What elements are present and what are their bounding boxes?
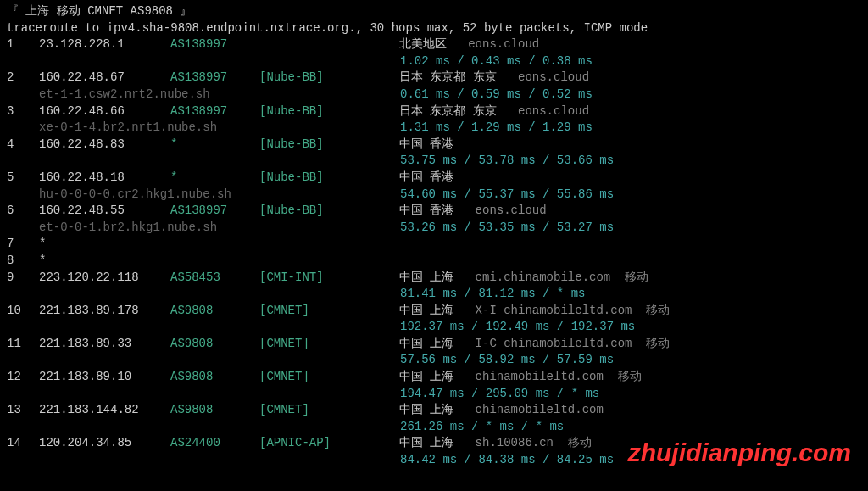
hop-timings: 1.31 ms / 1.29 ms / 1.29 ms xyxy=(400,120,593,134)
hop-rdns: hu-0-0-0-0.cr2.hkg1.nube.sh xyxy=(39,187,400,204)
hop-timings: 81.41 ms / 81.12 ms / * ms xyxy=(400,287,585,300)
hop-number: 8 xyxy=(7,253,39,270)
hop-number: 9 xyxy=(7,270,39,287)
hop-location: 中国 香港 xyxy=(399,137,453,151)
hop-asn: AS9808 xyxy=(170,303,259,320)
hop-timings: 53.26 ms / 53.35 ms / 53.27 ms xyxy=(400,220,614,234)
trace-hop-detail: 57.56 ms / 58.92 ms / 57.59 ms xyxy=(7,352,861,369)
hop-ip: 221.183.89.33 xyxy=(39,336,170,353)
hop-carrier: 移动 xyxy=(632,304,670,317)
hop-ip: 23.128.228.1 xyxy=(39,36,170,53)
hop-ip: 221.183.89.10 xyxy=(39,369,170,386)
hop-carrier: 移动 xyxy=(610,271,648,284)
hop-rdns: et-1-1.csw2.nrt2.nube.sh xyxy=(39,86,400,103)
trace-hop-row: 12221.183.89.10AS9808[CMNET]中国 上海 chinam… xyxy=(7,369,861,386)
trace-hop-row: 8* xyxy=(7,253,861,270)
hop-number: 5 xyxy=(7,170,39,187)
hop-host: chinamobileltd.com xyxy=(453,403,603,416)
hop-number: 10 xyxy=(7,303,39,320)
trace-hop-row: 3160.22.48.66AS138997[Nube-BB]日本 东京都 东京 … xyxy=(7,103,861,120)
hop-number: 3 xyxy=(7,103,39,120)
hop-asn: AS138997 xyxy=(170,36,259,53)
hop-ip: 221.183.89.178 xyxy=(39,303,170,320)
hop-ip: 223.120.22.118 xyxy=(39,270,170,287)
hop-host: eons.cloud xyxy=(497,104,589,118)
trace-hop-detail: xe-0-1-4.br2.nrt1.nube.sh1.31 ms / 1.29 … xyxy=(7,120,861,137)
hop-number: 13 xyxy=(7,402,39,419)
hop-rdns: xe-0-1-4.br2.nrt1.nube.sh xyxy=(39,120,400,137)
hop-number: 1 xyxy=(7,36,39,53)
hop-location: 中国 上海 xyxy=(399,337,453,350)
trace-hop-row: 10221.183.89.178AS9808[CMNET]中国 上海 X-I c… xyxy=(7,303,861,320)
hop-number: 7 xyxy=(7,236,39,253)
trace-header: 『 上海 移动 CMNET AS9808 』 xyxy=(7,3,861,20)
trace-hop-detail: 1.02 ms / 0.43 ms / 0.38 ms xyxy=(7,53,861,70)
trace-hop-row: 123.128.228.1AS138997北美地区 eons.cloud xyxy=(7,36,861,53)
hop-carrier: 移动 xyxy=(604,370,642,383)
hop-tag: [CMNET] xyxy=(259,336,399,353)
trace-hop-detail: 81.41 ms / 81.12 ms / * ms xyxy=(7,286,861,303)
hop-timings: 261.26 ms / * ms / * ms xyxy=(400,420,564,433)
trace-hop-detail: et-1-1.csw2.nrt2.nube.sh0.61 ms / 0.59 m… xyxy=(7,86,861,103)
hop-timings: 53.75 ms / 53.78 ms / 53.66 ms xyxy=(400,153,614,167)
hop-number: 2 xyxy=(7,70,39,86)
hop-tag: [APNIC-AP] xyxy=(259,435,399,452)
trace-command: traceroute to ipv4.sha-9808.endpoint.nxt… xyxy=(7,20,861,37)
hop-location: 中国 上海 xyxy=(399,436,453,449)
hop-timings: 0.61 ms / 0.59 ms / 0.52 ms xyxy=(400,87,593,101)
hop-timings: 192.37 ms / 192.49 ms / 192.37 ms xyxy=(400,320,635,333)
hop-tag: [CMNET] xyxy=(259,303,399,320)
hop-location: 中国 上海 xyxy=(399,304,453,317)
hop-asn: AS138997 xyxy=(170,103,259,120)
hop-number: 6 xyxy=(7,203,39,220)
hop-tag: [CMNET] xyxy=(259,369,399,386)
hop-host: I-C chinamobileltd.com xyxy=(453,337,632,350)
trace-hop-row: 7* xyxy=(7,236,861,253)
hop-asn: AS138997 xyxy=(170,70,259,86)
hop-location: 中国 上海 xyxy=(399,271,453,284)
hop-number: 12 xyxy=(7,369,39,386)
hop-location: 中国 香港 xyxy=(399,170,453,184)
hop-tag: [Nube-BB] xyxy=(259,70,399,86)
hop-ip: * xyxy=(39,253,170,270)
trace-hop-detail: 53.75 ms / 53.78 ms / 53.66 ms xyxy=(7,153,861,170)
hop-tag: [CMNET] xyxy=(259,402,399,419)
hop-asn: AS138997 xyxy=(170,203,259,220)
hop-ip: * xyxy=(39,236,170,253)
trace-hop-detail: 192.37 ms / 192.49 ms / 192.37 ms xyxy=(7,319,861,336)
trace-output: 123.128.228.1AS138997北美地区 eons.cloud1.02… xyxy=(7,36,861,468)
hop-timings: 1.02 ms / 0.43 ms / 0.38 ms xyxy=(400,54,593,68)
trace-hop-detail: 194.47 ms / 295.09 ms / * ms xyxy=(7,386,861,403)
trace-hop-detail: et-0-0-1.br2.hkg1.nube.sh53.26 ms / 53.3… xyxy=(7,220,861,237)
hop-asn: AS58453 xyxy=(170,270,259,287)
hop-ip: 160.22.48.67 xyxy=(39,70,170,86)
trace-hop-row: 5160.22.48.18*[Nube-BB]中国 香港 xyxy=(7,170,861,187)
hop-timings: 194.47 ms / 295.09 ms / * ms xyxy=(400,387,599,400)
trace-hop-row: 13221.183.144.82AS9808[CMNET]中国 上海 china… xyxy=(7,402,861,419)
hop-host: sh.10086.cn xyxy=(453,436,554,449)
hop-ip: 221.183.144.82 xyxy=(39,402,170,419)
hop-carrier: 移动 xyxy=(632,337,670,350)
trace-hop-row: 2160.22.48.67AS138997[Nube-BB]日本 东京都 东京 … xyxy=(7,70,861,86)
hop-asn: AS9808 xyxy=(170,369,259,386)
hop-host: X-I chinamobileltd.com xyxy=(453,304,632,317)
hop-host: cmi.chinamobile.com xyxy=(453,271,610,284)
hop-timings: 57.56 ms / 58.92 ms / 57.59 ms xyxy=(400,353,614,366)
hop-location: 日本 东京都 东京 xyxy=(399,104,497,118)
hop-location: 北美地区 xyxy=(399,37,447,51)
hop-timings: 54.60 ms / 55.37 ms / 55.86 ms xyxy=(400,187,614,201)
trace-hop-detail: 261.26 ms / * ms / * ms xyxy=(7,419,861,436)
trace-hop-row: 9223.120.22.118AS58453[CMI-INT]中国 上海 cmi… xyxy=(7,270,861,287)
trace-hop-row: 11221.183.89.33AS9808[CMNET]中国 上海 I-C ch… xyxy=(7,336,861,353)
hop-location: 中国 香港 xyxy=(399,204,453,217)
hop-host: eons.cloud xyxy=(453,204,546,217)
hop-ip: 160.22.48.18 xyxy=(39,170,170,187)
hop-asn: AS24400 xyxy=(170,435,259,452)
hop-host: eons.cloud xyxy=(447,37,539,51)
watermark-text: zhujidianping.com xyxy=(628,435,851,471)
hop-tag: [CMI-INT] xyxy=(259,270,399,287)
hop-rdns: et-0-0-1.br2.hkg1.nube.sh xyxy=(39,220,400,237)
hop-carrier: 移动 xyxy=(554,436,592,449)
hop-ip: 160.22.48.83 xyxy=(39,137,170,153)
hop-tag: [Nube-BB] xyxy=(259,170,399,187)
